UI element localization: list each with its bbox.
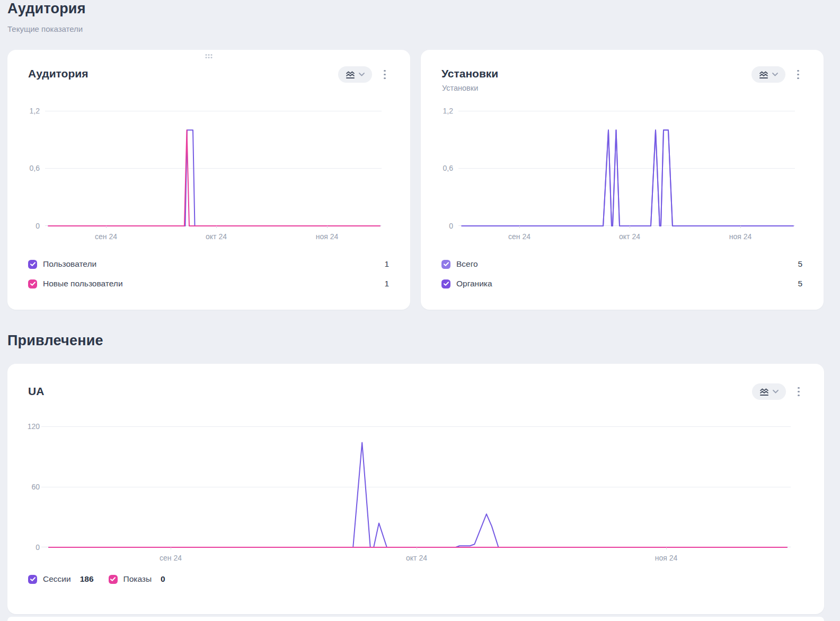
x-axis-label: окт 24 (206, 232, 227, 241)
series-checkbox[interactable] (28, 279, 37, 288)
checkmark-icon (30, 577, 36, 581)
new-users-series-line (48, 130, 379, 226)
legend-label: Новые пользователи (43, 279, 123, 288)
legend: Всего 5 Органика 5 (441, 258, 802, 298)
y-axis-label: 0 (16, 543, 40, 552)
users-series-line (48, 130, 379, 226)
organic-series-line (462, 130, 793, 226)
line-chart-type-icon (759, 70, 768, 80)
checkmark-icon (30, 262, 36, 266)
checkmark-icon (444, 282, 449, 286)
checkmark-icon (444, 262, 449, 266)
card-title: UA (28, 385, 44, 398)
page-title: Аудитория (7, 1, 86, 17)
y-axis-label: 0,6 (16, 164, 40, 172)
y-axis-label: 0 (430, 222, 453, 230)
legend-value: 0 (161, 574, 165, 584)
checkmark-icon (30, 282, 36, 286)
legend: Пользователи 1 Новые пользователи 1 (28, 258, 389, 298)
x-axis-label: сен 24 (508, 232, 530, 241)
y-axis-label: 1,2 (16, 107, 40, 115)
ua-chart-plot[interactable] (41, 426, 791, 547)
x-axis-label: ноя 24 (655, 554, 678, 562)
x-tick (106, 226, 107, 228)
audience-chart-plot[interactable] (45, 111, 382, 226)
installs-chart-plot[interactable] (458, 111, 795, 226)
chevron-down-icon (773, 390, 779, 393)
line-chart-type-icon (346, 70, 355, 80)
card-title: Установки (441, 67, 498, 80)
x-tick (630, 226, 630, 228)
chart-type-selector-button[interactable] (751, 66, 785, 83)
chart-type-selector-button[interactable] (752, 383, 786, 400)
audience-card: Аудитория 1,2 0,6 0 сен 24 окт 24 ноя 24 (7, 50, 410, 310)
drag-handle-icon[interactable] (206, 54, 213, 58)
checkmark-icon (110, 577, 116, 581)
legend-label: Органика (456, 279, 492, 288)
x-axis-label: сен 24 (95, 232, 117, 241)
series-checkbox[interactable] (28, 260, 37, 269)
x-tick (666, 547, 667, 549)
legend-row-organic[interactable]: Органика 5 (441, 278, 802, 290)
legend-row-total[interactable]: Всего 5 (441, 258, 802, 270)
card-menu-button[interactable] (794, 384, 803, 399)
x-axis-label: окт 24 (406, 554, 427, 562)
chevron-down-icon (359, 73, 365, 76)
page-subtitle: Текущие показатели (7, 24, 83, 33)
legend-label: Всего (456, 259, 478, 269)
x-axis-label: окт 24 (619, 232, 640, 241)
next-card-top-edge (7, 617, 824, 621)
x-axis-label: ноя 24 (729, 232, 752, 241)
legend-value: 1 (384, 259, 389, 269)
series-checkbox[interactable] (28, 575, 37, 584)
total-series-line (462, 130, 793, 226)
legend-label: Сессии (43, 574, 71, 584)
card-menu-button[interactable] (381, 67, 389, 82)
x-tick (327, 226, 328, 228)
sessions-series-line (49, 442, 787, 547)
legend-row-users[interactable]: Пользователи 1 (28, 258, 389, 270)
x-axis-label: сен 24 (160, 554, 182, 562)
legend-value: 5 (798, 279, 802, 288)
ua-card: UA 120 60 0 сен 24 окт 24 ноя 24 Сессии … (7, 364, 824, 614)
card-menu-button[interactable] (794, 67, 802, 82)
y-axis-label: 1,2 (430, 107, 453, 115)
x-axis-label: ноя 24 (316, 232, 339, 241)
x-tick (417, 547, 417, 549)
chart-type-selector-button[interactable] (338, 66, 372, 83)
series-checkbox[interactable] (109, 575, 118, 584)
y-axis-label: 120 (16, 422, 40, 431)
audience-line-chart[interactable] (45, 111, 382, 226)
x-tick (740, 226, 741, 228)
x-tick (171, 547, 171, 549)
legend-value: 5 (798, 259, 802, 269)
legend-value: 186 (80, 574, 94, 584)
installs-line-chart[interactable] (458, 111, 795, 226)
card-subtitle: Установки (442, 84, 478, 92)
y-axis-label: 0 (16, 222, 40, 230)
chevron-down-icon (772, 73, 778, 76)
ua-line-chart[interactable] (41, 426, 791, 547)
card-title: Аудитория (28, 67, 88, 80)
series-checkbox[interactable] (441, 279, 450, 288)
legend-label: Пользователи (43, 259, 96, 269)
series-checkbox[interactable] (441, 260, 450, 269)
legend: Сессии 186 Показы 0 (28, 574, 180, 584)
legend-label: Показы (123, 574, 152, 584)
installs-card: Установки Установки 1,2 0,6 0 сен 24 окт… (421, 50, 824, 310)
x-tick (519, 226, 520, 228)
legend-row-new-users[interactable]: Новые пользователи 1 (28, 278, 389, 290)
x-tick (216, 226, 217, 228)
line-chart-type-icon (759, 387, 769, 397)
attraction-section-title: Привлечение (7, 333, 103, 349)
y-axis-label: 0,6 (430, 164, 453, 172)
y-axis-label: 60 (16, 483, 40, 491)
legend-value: 1 (384, 279, 389, 288)
